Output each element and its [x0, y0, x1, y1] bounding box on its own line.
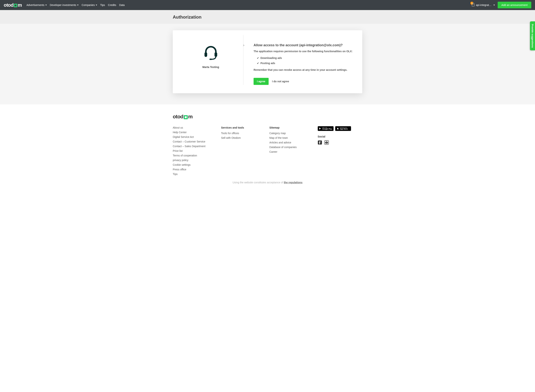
- svg-rect-0: [204, 52, 207, 57]
- svg-rect-2: [209, 59, 212, 60]
- permission-item: Downloading ads: [257, 56, 357, 60]
- nav-advertisements[interactable]: Advertisements: [26, 4, 47, 6]
- logo-square-icon: [14, 4, 17, 7]
- main-header: otodm Advertisements Developer investmen…: [0, 0, 535, 10]
- user-name: api-integrat…: [476, 4, 492, 6]
- footer-col-company: About us Help Center Digital Service Act…: [173, 126, 210, 177]
- footer-bottom: Using the website constitutes acceptance…: [0, 177, 535, 185]
- permission-item: Posting ads: [257, 62, 357, 65]
- app-name: Marta Testing: [202, 65, 219, 69]
- headset-icon: [202, 44, 219, 61]
- agree-button[interactable]: I agree: [254, 78, 269, 85]
- auth-title: Allow access to the account (api-integra…: [254, 43, 357, 47]
- app-info-panel: Marta Testing: [178, 35, 243, 85]
- arrow-right-icon: [243, 44, 245, 47]
- nav-credits[interactable]: Credits: [108, 4, 116, 6]
- nav-data[interactable]: Data: [119, 4, 125, 6]
- nav-companies[interactable]: Companies: [82, 4, 97, 6]
- main-content-area: Marta Testing Allow access to the accoun…: [0, 24, 535, 104]
- footer-col-apps-social: GET IT ON Google Play Download on the Ap…: [318, 126, 362, 177]
- permissions-list: Downloading ads Posting ads: [254, 56, 357, 65]
- footer-link[interactable]: Contact – Customer Service: [173, 140, 210, 143]
- apple-icon: [336, 127, 339, 130]
- footer-link[interactable]: Help Center: [173, 131, 210, 134]
- google-play-badge[interactable]: GET IT ON Google Play: [318, 126, 334, 131]
- social-icons: You: [318, 140, 362, 145]
- page-title-bar: Authorization: [0, 10, 535, 24]
- footer-link[interactable]: Database of companies: [269, 146, 307, 149]
- social-title: Social: [318, 135, 362, 138]
- footer-link[interactable]: Career: [269, 150, 307, 153]
- header-right: 1 api-integrat… Add an announcement: [472, 2, 531, 8]
- footer-col-title: Sitemap: [269, 126, 307, 129]
- main-nav: Advertisements Developer investments Com…: [26, 4, 125, 6]
- footer-link[interactable]: Digital Service Act: [173, 135, 210, 138]
- feedback-tab[interactable]: Provide suggestions: [530, 21, 535, 50]
- svg-text:You: You: [326, 141, 327, 142]
- footer-link[interactable]: Category map: [269, 132, 307, 135]
- logo-square-icon: [184, 115, 188, 119]
- authorization-card: Marta Testing Allow access to the accoun…: [173, 30, 362, 93]
- user-icon: [472, 4, 475, 6]
- footer-link[interactable]: privacy policy: [173, 159, 210, 162]
- add-announcement-button[interactable]: Add an announcement: [498, 2, 531, 8]
- user-menu[interactable]: 1 api-integrat…: [472, 4, 495, 6]
- footer-logo[interactable]: otodm: [173, 114, 362, 120]
- chevron-down-icon: [77, 5, 79, 5]
- auth-subtitle: The application requires permission to u…: [254, 50, 357, 53]
- footer-link[interactable]: Terms of cooperation: [173, 154, 210, 157]
- footer-link[interactable]: Cookie settings: [173, 163, 210, 166]
- authorization-form: Allow access to the account (api-integra…: [243, 35, 357, 85]
- footer-link[interactable]: Press office: [173, 168, 210, 171]
- svg-rect-1: [214, 52, 217, 57]
- footer-col-title: Services and tools: [221, 126, 258, 129]
- footer-link[interactable]: Sell with Otodom: [221, 136, 258, 139]
- auth-note: Remember that you can revoke access at a…: [254, 68, 357, 71]
- footer-link[interactable]: Tips: [173, 173, 210, 176]
- facebook-icon[interactable]: [318, 140, 322, 145]
- footer-link[interactable]: Map of the town: [269, 136, 307, 139]
- disagree-button[interactable]: I do not agree: [272, 80, 289, 83]
- store-badges: GET IT ON Google Play Download on the Ap…: [318, 126, 362, 131]
- nav-tips[interactable]: Tips: [100, 4, 105, 6]
- chevron-down-icon: [96, 5, 97, 5]
- footer: otodm About us Help Center Digital Servi…: [0, 104, 535, 191]
- chevron-down-icon: [45, 5, 47, 5]
- footer-link[interactable]: About us: [173, 126, 210, 129]
- chevron-down-icon: [493, 5, 495, 5]
- footer-col-sitemap: Sitemap Category map Map of the town Art…: [269, 126, 307, 177]
- nav-developer-investments[interactable]: Developer investments: [50, 4, 79, 6]
- footer-col-services: Services and tools Tools for offices Sel…: [221, 126, 258, 177]
- footer-link[interactable]: Articles and advice: [269, 141, 307, 144]
- app-avatar: [202, 43, 220, 62]
- footer-columns: About us Help Center Digital Service Act…: [173, 126, 362, 177]
- footer-link[interactable]: Tools for offices: [221, 132, 258, 135]
- page-title: Authorization: [173, 14, 362, 20]
- footer-link[interactable]: Contact – Sales Department: [173, 145, 210, 148]
- regulations-link[interactable]: the regulations: [284, 181, 302, 184]
- header-left: otodm Advertisements Developer investmen…: [4, 2, 125, 8]
- footer-link[interactable]: Price list: [173, 149, 210, 152]
- google-play-icon: [319, 127, 321, 130]
- button-row: I agree I do not agree: [254, 78, 357, 85]
- app-store-badge[interactable]: Download on the App Store: [335, 126, 351, 131]
- brand-logo[interactable]: otodm: [4, 2, 22, 8]
- youtube-icon[interactable]: You: [324, 140, 329, 145]
